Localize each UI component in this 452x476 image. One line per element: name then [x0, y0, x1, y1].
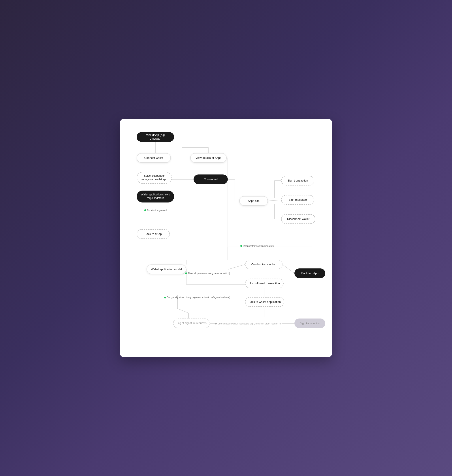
permission-text: Permission granted: [147, 209, 167, 212]
decrypt-label: Decrypt signature history page (encyptio…: [164, 296, 230, 299]
back-to-wallet-node[interactable]: Back to wallet application: [245, 297, 284, 307]
allow-params-label: Allow all parameters (e.g network switch…: [185, 272, 230, 275]
permission-dot: [144, 209, 146, 211]
confirm-transaction-node[interactable]: Confirm transaction: [245, 260, 282, 269]
log-signature-node[interactable]: Log of signature requests: [173, 319, 210, 328]
visit-dapp-node[interactable]: Visit dApp (e.g Uniswap): [137, 132, 174, 142]
decrypt-dot: [164, 297, 166, 299]
allow-params-text: Allow all parameters (e.g network switch…: [188, 272, 230, 275]
sign-transaction-top-node[interactable]: Sign transaction: [281, 176, 314, 185]
sign-message-node[interactable]: Sign message: [281, 195, 314, 205]
dapp-site-node[interactable]: dApp site: [239, 196, 268, 206]
back-to-dapp-top-node[interactable]: Back to dApp: [137, 229, 170, 239]
connect-wallet-node[interactable]: Connect wallet: [137, 153, 171, 163]
diagram-canvas: Visit dApp (e.g Uniswap) Connect wallet …: [120, 119, 332, 357]
unconfirmed-transaction-node[interactable]: Unconfirmed transaction: [245, 279, 284, 288]
select-wallet-node[interactable]: Select supported/recognized wallet app: [137, 172, 172, 184]
users-dot: [215, 323, 217, 325]
view-details-node[interactable]: View details of dApp: [190, 153, 227, 163]
users-choose-label: Users choose which request to sign, they…: [215, 322, 282, 325]
wallet-modal-node[interactable]: Wallet application modal: [146, 264, 186, 274]
connected-node[interactable]: Connected: [193, 175, 228, 184]
decrypt-text: Decrypt signature history page (encyptio…: [167, 296, 230, 299]
request-tx-sig-label: Request transaction signature: [240, 245, 274, 247]
users-text: Users choose which request to sign, they…: [218, 322, 282, 325]
permission-granted-label: Permission granted: [144, 209, 167, 212]
wallet-shows-label: Wallet application showsrequest details: [141, 193, 170, 200]
select-wallet-label: Select supported/recognized wallet app: [141, 174, 167, 181]
request-tx-text: Request transaction signature: [243, 245, 274, 247]
allow-params-dot: [185, 272, 187, 274]
disconnect-wallet-node[interactable]: Disconnect wallet: [281, 214, 315, 224]
wallet-shows-node[interactable]: Wallet application showsrequest details: [137, 191, 174, 202]
sign-transaction-bot-node[interactable]: Sign transaction: [294, 319, 325, 328]
back-to-dapp-right-node[interactable]: Back to dApp: [294, 268, 325, 278]
request-tx-dot: [240, 245, 242, 247]
